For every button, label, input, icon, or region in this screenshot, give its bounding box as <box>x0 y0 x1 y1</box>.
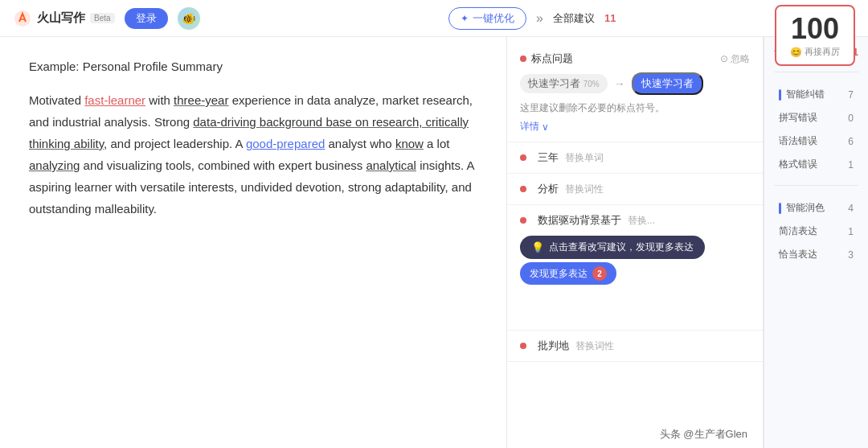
suggestion-header-1: 标点问题 ⊙ 忽略 <box>520 51 750 66</box>
right-item-bar-correct <box>779 89 781 101</box>
logo-icon <box>13 9 32 28</box>
right-item-bar-polish <box>779 203 781 214</box>
suggestion-dot-1 <box>520 55 526 62</box>
right-item-correct[interactable]: 智能纠错 7 <box>774 84 858 105</box>
suggestion-dot-5 <box>520 343 526 349</box>
suggestion-dot-4 <box>520 217 526 224</box>
suggestion-dot-2 <box>520 154 526 161</box>
suggestion-tag-4[interactable]: 替换... <box>628 214 655 228</box>
word-original-1: 快速学习者 70% <box>520 74 608 93</box>
suggestion-type-3: 分析 <box>538 182 559 196</box>
right-divider-1 <box>774 72 858 72</box>
right-item-polish[interactable]: 智能润色 4 <box>774 197 858 219</box>
right-item-appropriate[interactable]: 恰当表达 3 <box>774 244 858 265</box>
right-item-concise-label: 简洁表达 <box>779 224 817 238</box>
right-item-spell-count: 0 <box>848 113 854 124</box>
more-button[interactable]: » <box>533 11 547 26</box>
right-item-concise-count: 1 <box>848 226 854 237</box>
right-item-polish-label: 智能润色 <box>779 201 825 215</box>
right-section-correct: 智能纠错 7 拼写错误 0 语法错误 6 格式错误 1 <box>764 76 868 182</box>
suggestion-tag-2[interactable]: 替换单词 <box>565 151 604 165</box>
right-divider-2 <box>774 185 858 186</box>
editor-body[interactable]: Motivated fast-learner with three-year e… <box>29 89 477 220</box>
score-box: 100 😊 再接再厉 <box>775 5 855 66</box>
suggestions-panel: 标点问题 ⊙ 忽略 快速学习者 70% → 快速学习者 这里建议删除不必要的标点… <box>506 37 764 448</box>
suggestion-row-3: 分析 替换词性 <box>520 182 750 196</box>
tooltip-text: 点击查看改写建议，发现更多表达 <box>549 240 694 254</box>
discover-badge: 2 <box>592 266 607 281</box>
right-item-concise[interactable]: 简洁表达 1 <box>774 220 858 242</box>
optimize-button[interactable]: ✦ 一键优化 <box>448 7 526 30</box>
bulb-icon: 💡 <box>531 241 544 253</box>
tooltip-bar: 💡 点击查看改写建议，发现更多表达 <box>520 236 705 259</box>
beta-badge: Beta <box>90 13 115 23</box>
text-know: know <box>395 137 424 150</box>
text-motivated: Motivated <box>29 93 84 107</box>
text-with: with <box>145 93 174 107</box>
suggestion-row-2: 三年 替换单词 <box>520 150 750 165</box>
text-analytical: analytical <box>366 158 416 172</box>
discover-button[interactable]: 发现更多表达 2 <box>520 262 616 285</box>
login-button[interactable]: 登录 <box>125 8 168 29</box>
suggestions-count: 11 <box>604 12 616 24</box>
suggestion-item-critically: 批判地 替换词性 <box>507 331 763 362</box>
text-and-vis: and visualizing tools, combined with exp… <box>80 158 366 172</box>
right-item-grammar-count: 6 <box>848 136 854 147</box>
logo-area: 火山写作 Beta <box>13 9 115 28</box>
suggestions-label: 全部建议 <box>553 11 595 26</box>
suggestion-detail-1[interactable]: 详情 ∨ <box>520 120 750 134</box>
score-label: 😊 再接再厉 <box>790 46 840 58</box>
suggestion-tag-5[interactable]: 替换词性 <box>575 339 614 353</box>
word-suggested-1[interactable]: 快速学习者 <box>632 72 703 95</box>
suggestion-item-punctuation: 标点问题 ⊙ 忽略 快速学习者 70% → 快速学习者 这里建议删除不必要的标点… <box>507 43 763 142</box>
right-item-format-label: 格式错误 <box>779 158 817 171</box>
text-fast-learner: fast-learner <box>84 93 145 107</box>
right-item-spell[interactable]: 拼写错误 0 <box>774 107 858 129</box>
text-a-lot: a lot <box>424 137 450 150</box>
editor-panel: Example: Personal Profile Summary Motiva… <box>0 37 506 448</box>
suggestion-desc-1: 这里建议删除不必要的标点符号。 <box>520 101 750 115</box>
text-analyst: analyst who <box>325 137 395 150</box>
logo-text: 火山写作 <box>37 10 85 26</box>
right-item-format[interactable]: 格式错误 1 <box>774 154 858 175</box>
watermark: 头条 @生产者Glen <box>660 427 747 442</box>
editor-title: Example: Personal Profile Summary <box>29 60 477 73</box>
right-item-format-count: 1 <box>848 159 854 171</box>
right-item-polish-count: 4 <box>848 203 854 214</box>
suggestion-item-data-driven: 数据驱动背景基于 替换... 💡 点击查看改写建议，发现更多表达 发现更多表达 … <box>507 205 763 331</box>
suggestion-type-4: 数据驱动背景基于 <box>538 213 621 228</box>
avatar-button[interactable]: 🐠 <box>178 7 200 30</box>
score-emoji: 😊 <box>790 47 802 58</box>
suggestion-type-5: 批判地 <box>538 339 569 353</box>
right-item-appropriate-count: 3 <box>848 249 854 261</box>
ignore-button-1[interactable]: ⊙ 忽略 <box>720 52 750 66</box>
right-item-grammar[interactable]: 语法错误 6 <box>774 130 858 152</box>
right-item-correct-count: 7 <box>848 89 854 101</box>
suggestion-tag-3[interactable]: 替换词性 <box>565 183 604 196</box>
suggestion-row-4: 数据驱动背景基于 替换... <box>520 213 750 228</box>
suggestion-item-analysis: 分析 替换词性 <box>507 174 763 205</box>
suggestion-dot-3 <box>520 186 526 192</box>
right-item-correct-label: 智能纠错 <box>779 88 825 101</box>
arrow-icon-1: → <box>614 77 625 90</box>
main-content: Example: Personal Profile Summary Motiva… <box>0 37 868 448</box>
navbar-center: ✦ 一键优化 » 全部建议 11 <box>210 7 855 30</box>
right-section-polish: 智能润色 4 简洁表达 1 恰当表达 3 <box>764 189 868 272</box>
suggestion-row-5: 批判地 替换词性 <box>520 339 750 353</box>
suggestion-type-1: 标点问题 <box>520 51 573 66</box>
suggestion-words-1: 快速学习者 70% → 快速学习者 <box>520 72 750 95</box>
suggestion-type-2: 三年 <box>538 150 559 165</box>
right-item-appropriate-label: 恰当表达 <box>779 248 817 261</box>
text-three-year: three-year <box>174 93 228 107</box>
text-good-prepared: good-prepared <box>246 137 325 150</box>
star-icon: ✦ <box>461 13 469 24</box>
text-and-project: , and project leadership. A <box>104 137 246 150</box>
right-item-grammar-label: 语法错误 <box>779 134 817 148</box>
navbar: 火山写作 Beta 登录 🐠 ✦ 一键优化 » 全部建议 11 100 😊 再接… <box>0 0 868 37</box>
suggestion-item-three-year: 三年 替换单词 <box>507 142 763 174</box>
score-number: 100 <box>791 13 839 45</box>
right-item-spell-label: 拼写错误 <box>779 111 817 125</box>
right-panel: 全部建议 11 智能纠错 7 拼写错误 0 语法错误 <box>764 37 868 448</box>
text-analyzing: analyzing <box>29 158 80 172</box>
